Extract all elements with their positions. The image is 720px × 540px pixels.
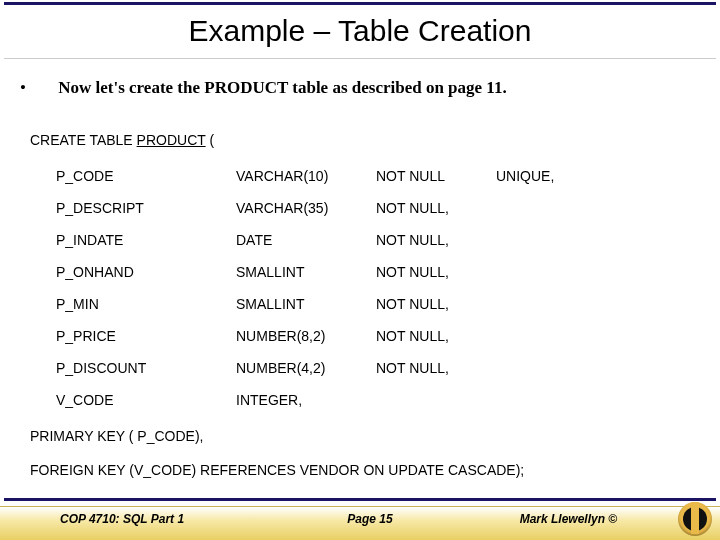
footer-content: COP 4710: SQL Part 1 Page 15 Mark Llewel… (0, 512, 720, 526)
col-name: P_MIN (56, 288, 236, 320)
columns-table: P_CODEVARCHAR(10)NOT NULLUNIQUE,P_DESCRI… (56, 160, 596, 416)
column-row: P_PRICENUMBER(8,2)NOT NULL, (56, 320, 596, 352)
column-row: P_DESCRIPTVARCHAR(35)NOT NULL, (56, 192, 596, 224)
column-row: P_ONHANDSMALLINTNOT NULL, (56, 256, 596, 288)
intro-bullet: • Now let's create the PRODUCT table as … (20, 78, 700, 98)
slide-title: Example – Table Creation (0, 14, 720, 48)
ucf-logo-icon (678, 502, 712, 536)
footer: COP 4710: SQL Part 1 Page 15 Mark Llewel… (0, 498, 720, 540)
top-rule (4, 2, 716, 5)
column-row: V_CODEINTEGER, (56, 384, 596, 416)
footer-page: Page 15 (283, 512, 457, 526)
col-null: NOT NULL, (376, 320, 496, 352)
col-null: NOT NULL, (376, 192, 496, 224)
col-name: V_CODE (56, 384, 236, 416)
col-type: VARCHAR(10) (236, 160, 376, 192)
col-null (376, 384, 496, 416)
footer-course: COP 4710: SQL Part 1 (0, 512, 283, 526)
col-name: P_PRICE (56, 320, 236, 352)
col-name: P_INDATE (56, 224, 236, 256)
col-name: P_DESCRIPT (56, 192, 236, 224)
create-prefix: CREATE TABLE (30, 132, 137, 148)
bullet-dot: • (20, 78, 54, 98)
col-type: NUMBER(8,2) (236, 320, 376, 352)
column-row: P_DISCOUNTNUMBER(4,2)NOT NULL, (56, 352, 596, 384)
col-name: P_CODE (56, 160, 236, 192)
col-extra: UNIQUE, (496, 160, 596, 192)
col-extra (496, 224, 596, 256)
foreign-key-line: FOREIGN KEY (V_CODE) REFERENCES VENDOR O… (30, 462, 700, 478)
col-name: P_DISCOUNT (56, 352, 236, 384)
col-extra (496, 320, 596, 352)
col-type: NUMBER(4,2) (236, 352, 376, 384)
col-name: P_ONHAND (56, 256, 236, 288)
col-extra (496, 192, 596, 224)
col-extra (496, 288, 596, 320)
create-name: PRODUCT (137, 132, 206, 148)
col-null: NOT NULL, (376, 288, 496, 320)
col-type: DATE (236, 224, 376, 256)
col-type: VARCHAR(35) (236, 192, 376, 224)
col-null: NOT NULL, (376, 224, 496, 256)
footer-rule (4, 498, 716, 501)
col-type: SMALLINT (236, 256, 376, 288)
col-extra (496, 384, 596, 416)
title-divider (4, 58, 716, 59)
col-null: NOT NULL, (376, 352, 496, 384)
column-row: P_INDATEDATENOT NULL, (56, 224, 596, 256)
col-type: SMALLINT (236, 288, 376, 320)
create-suffix: ( (206, 132, 215, 148)
sql-block: CREATE TABLE PRODUCT ( P_CODEVARCHAR(10)… (30, 132, 700, 478)
col-type: INTEGER, (236, 384, 376, 416)
col-extra (496, 256, 596, 288)
column-row: P_CODEVARCHAR(10)NOT NULLUNIQUE, (56, 160, 596, 192)
create-line: CREATE TABLE PRODUCT ( (30, 132, 700, 148)
col-null: NOT NULL, (376, 256, 496, 288)
slide: Example – Table Creation • Now let's cre… (0, 0, 720, 540)
col-extra (496, 352, 596, 384)
primary-key-line: PRIMARY KEY ( P_CODE), (30, 428, 700, 444)
column-row: P_MINSMALLINTNOT NULL, (56, 288, 596, 320)
col-null: NOT NULL (376, 160, 496, 192)
intro-text: Now let's create the PRODUCT table as de… (58, 78, 506, 97)
